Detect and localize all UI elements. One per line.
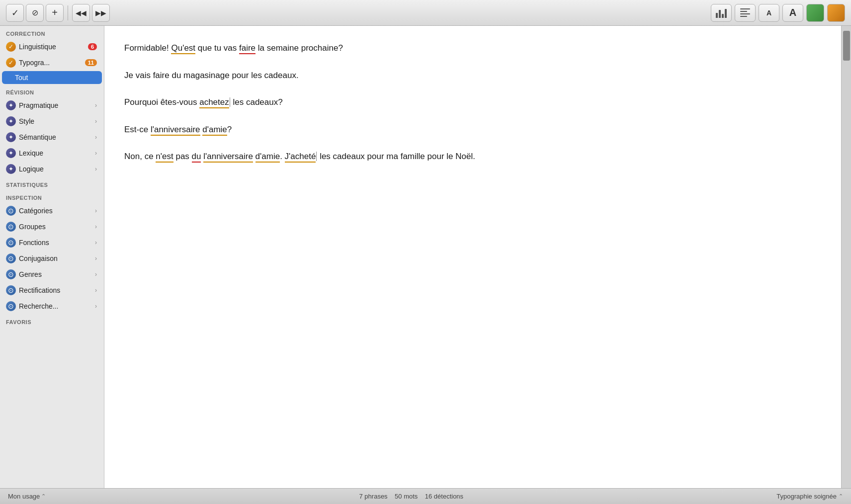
categories-label: Catégories [19, 207, 53, 215]
statusbar-left[interactable]: Mon usage ⌃ [8, 493, 46, 500]
correction-section-title: CORRECTION [0, 26, 104, 39]
paragraph-4: Est-ce l'anniversaire d'amie? [124, 122, 821, 138]
scrollbar-thumb[interactable] [843, 31, 850, 61]
lexique-icon: ✦ [6, 148, 16, 158]
font-large-icon: A [789, 7, 796, 18]
detections-count: 16 détections [425, 493, 463, 500]
typographie-label: Typographie soignée [776, 493, 837, 500]
underline-nest: n'est [156, 152, 173, 163]
content-area[interactable]: Formidable! Qu'est que tu vas faire la s… [104, 26, 841, 488]
underline-lanniversaire2: l'anniversaire [203, 152, 253, 163]
semantique-icon: ✦ [6, 132, 16, 142]
font-small-button[interactable]: A [759, 4, 779, 22]
fonctions-icon: ⊙ [6, 238, 16, 248]
lexique-label: Lexique [19, 149, 43, 157]
sidebar-item-tout[interactable]: ✓ Tout [2, 71, 102, 84]
green-swatch-button[interactable] [806, 4, 824, 22]
cursor-mark [230, 97, 230, 107]
sidebar-item-fonctions[interactable]: ⊙ Fonctions › [2, 235, 102, 250]
sidebar-item-conjugaison[interactable]: ⊙ Conjugaison › [2, 251, 102, 266]
toolbar-left-buttons: ✓ ⊘ + ◀◀ ▶▶ [6, 4, 110, 22]
groupes-chevron: › [95, 223, 97, 230]
mots-count: 50 mots [395, 493, 418, 500]
orange-swatch-button[interactable] [827, 4, 845, 22]
sidebar-item-genres[interactable]: ⊙ Genres › [2, 267, 102, 282]
cancel-button[interactable]: ⊘ [26, 4, 44, 22]
linguistique-label: Linguistique [19, 43, 56, 51]
typographie-badge: 11 [85, 59, 97, 66]
typographie-label: Typogra... [19, 59, 50, 67]
categories-chevron: › [95, 207, 97, 214]
rectifications-label: Rectifications [19, 286, 60, 294]
sidebar-item-typographie[interactable]: ✓ Typogra... 11 [2, 55, 102, 70]
linguistique-badge: 6 [88, 43, 97, 50]
fonctions-label: Fonctions [19, 239, 49, 247]
underline-achetez: achetez [199, 97, 229, 108]
back-button[interactable]: ◀◀ [72, 4, 90, 22]
semantique-label: Sémantique [19, 133, 56, 141]
mon-usage-label: Mon usage [8, 493, 40, 500]
phrases-count: 7 phrases [359, 493, 388, 500]
pragmatique-icon: ✦ [6, 100, 16, 110]
sidebar-item-rectifications[interactable]: ⊙ Rectifications › [2, 283, 102, 298]
forward-button[interactable]: ▶▶ [92, 4, 110, 22]
paragraph-1: Formidable! Qu'est que tu vas faire la s… [124, 41, 821, 56]
sidebar-item-groupes[interactable]: ⊙ Groupes › [2, 219, 102, 234]
sidebar-item-pragmatique[interactable]: ✦ Pragmatique › [2, 98, 102, 113]
logique-icon: ✦ [6, 164, 16, 174]
underline-lanniversaire1: l'anniversaire [151, 125, 200, 136]
style-label: Style [19, 117, 34, 125]
chart-button[interactable] [711, 4, 732, 22]
recherche-chevron: › [95, 303, 97, 310]
paragraph-3: Pourquoi êtes-vous achetez les cadeaux? [124, 95, 821, 110]
sidebar-item-semantique[interactable]: ✦ Sémantique › [2, 130, 102, 145]
sidebar-item-lexique[interactable]: ✦ Lexique › [2, 146, 102, 161]
categories-icon: ⊙ [6, 206, 16, 216]
sidebar-item-logique[interactable]: ✦ Logique › [2, 162, 102, 176]
underline-du: du [192, 152, 201, 163]
pragmatique-label: Pragmatique [19, 101, 58, 109]
statusbar-right[interactable]: Typographie soignée ⌃ [776, 493, 843, 500]
mon-usage-chevron: ⌃ [41, 493, 46, 500]
list-icon [740, 8, 750, 17]
tout-checkmark-icon: ✓ [6, 74, 12, 82]
style-icon: ✦ [6, 116, 16, 126]
underline-jachete: J'acheté [285, 152, 316, 163]
font-small-icon: A [766, 9, 771, 17]
underline-damie2: d'amie [255, 152, 280, 163]
groupes-label: Groupes [19, 223, 46, 231]
conjugaison-chevron: › [95, 255, 97, 262]
logique-chevron: › [95, 166, 97, 172]
favoris-section-title: FAVORIS [0, 314, 104, 327]
genres-icon: ⊙ [6, 269, 16, 279]
sidebar-item-categories[interactable]: ⊙ Catégories › [2, 203, 102, 218]
sidebar-item-recherche[interactable]: ⊙ Recherche... › [2, 299, 102, 314]
underline-faire: faire [239, 43, 255, 54]
font-large-button[interactable]: A [782, 4, 803, 22]
list-button[interactable] [735, 4, 756, 22]
sidebar-item-style[interactable]: ✦ Style › [2, 114, 102, 129]
conjugaison-label: Conjugaison [19, 254, 58, 262]
genres-label: Genres [19, 270, 42, 278]
logique-label: Logique [19, 165, 44, 173]
rectifications-chevron: › [95, 287, 97, 294]
revision-section-title: RÉVISION [0, 84, 104, 97]
sidebar-item-linguistique[interactable]: ✓ Linguistique 6 [2, 39, 102, 54]
linguistique-icon: ✓ [6, 42, 16, 52]
add-button[interactable]: + [46, 4, 64, 22]
underline-damie1: d'amie [202, 125, 227, 136]
lexique-chevron: › [95, 150, 97, 157]
fonctions-chevron: › [95, 239, 97, 246]
semantique-chevron: › [95, 134, 97, 141]
check-button[interactable]: ✓ [6, 4, 24, 22]
inspection-section-title: INSPECTION [0, 190, 104, 203]
toolbar: ✓ ⊘ + ◀◀ ▶▶ A A [0, 0, 851, 26]
typographie-chevron: ⌃ [839, 493, 843, 500]
recherche-icon: ⊙ [6, 301, 16, 311]
tout-label: Tout [15, 74, 28, 82]
toolbar-right-buttons: A A [711, 4, 845, 22]
main-layout: CORRECTION ✓ Linguistique 6 ✓ Typogra...… [0, 26, 851, 488]
statusbar: Mon usage ⌃ 7 phrases 50 mots 16 détecti… [0, 488, 851, 504]
groupes-icon: ⊙ [6, 222, 16, 232]
style-chevron: › [95, 118, 97, 125]
